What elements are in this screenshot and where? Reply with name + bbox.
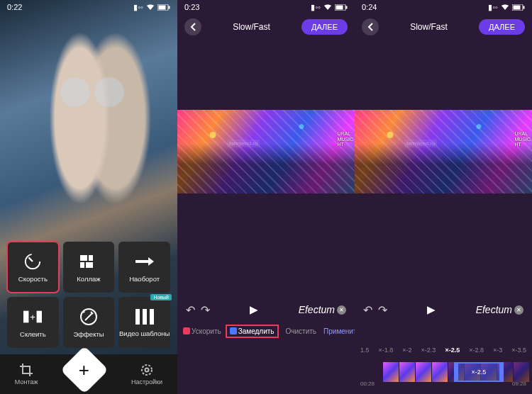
thumb: [514, 362, 529, 382]
action-clear[interactable]: Очистить: [286, 327, 317, 335]
speed-segment[interactable]: ×-2.5: [454, 362, 504, 382]
svg-point-17: [142, 365, 152, 375]
wifi-icon: [501, 4, 509, 11]
next-button[interactable]: ДАЛЕЕ: [479, 19, 525, 35]
tile-label: Склеить: [20, 330, 46, 338]
clock: 0:22: [7, 3, 22, 11]
merge-icon: +: [23, 308, 42, 326]
redo-button[interactable]: ↷: [201, 303, 210, 317]
speed-opt[interactable]: ×-1.8: [379, 347, 394, 354]
tile-label: Скорость: [18, 275, 48, 283]
play-button[interactable]: ▶: [210, 303, 299, 316]
svg-rect-24: [523, 6, 525, 9]
brand-close-icon[interactable]: ✕: [337, 305, 346, 315]
nav-montage[interactable]: Монтаж: [15, 364, 38, 385]
nav-settings[interactable]: Настройки: [131, 364, 162, 385]
status-icons: ▮◦◦: [133, 3, 170, 12]
svg-rect-5: [80, 255, 87, 261]
tile-collage[interactable]: Коллаж: [63, 242, 115, 293]
svg-rect-14: [135, 309, 140, 325]
signal-icon: ▮◦◦: [133, 3, 143, 12]
top-bar: Slow/Fast ДАЛЕЕ: [355, 16, 532, 38]
svg-line-4: [29, 257, 33, 261]
clock: 0:24: [362, 3, 377, 11]
signal-icon: ▮◦◦: [311, 3, 321, 12]
screen-title: Slow/Fast: [201, 22, 301, 32]
playback-controls: ↶ ↷ ▶ Efectum ✕: [355, 300, 532, 320]
svg-rect-16: [150, 309, 154, 325]
speed-opt[interactable]: ×-3: [493, 347, 502, 354]
reverse-icon: [135, 252, 154, 271]
phone-editor-actions: 0:23 ▮◦◦ Slow/Fast ДАЛЕЕ farmlend.ru URA…: [177, 0, 355, 394]
battery-icon: [512, 4, 525, 11]
chevron-left-icon: [190, 23, 196, 31]
svg-text:+: +: [31, 311, 36, 322]
speed-picker: 1.5 ×-1.8 ×-2 ×-2.3 ×-2.5 ×-2.8 ×-3 ×-3.…: [355, 343, 532, 357]
phone-home: 0:22 ▮◦◦ Скорость Коллаж: [0, 0, 177, 394]
status-bar: 0:22 ▮◦◦: [0, 0, 177, 14]
tile-reverse[interactable]: Наоборот: [118, 242, 170, 293]
templates-icon: [135, 308, 154, 326]
thumb: [416, 362, 431, 382]
status-icons: ▮◦◦: [311, 3, 348, 12]
effects-icon: [79, 308, 98, 326]
timeline-start: 00:28: [360, 381, 375, 387]
svg-rect-20: [336, 5, 343, 9]
segment-label: ×-2.5: [472, 368, 487, 376]
brand-label: Efectum ✕: [476, 304, 523, 315]
tile-speed[interactable]: Скорость: [7, 242, 59, 293]
action-slowdown[interactable]: Замедлить: [230, 327, 275, 335]
tile-label: Наоборот: [129, 275, 160, 283]
status-icons: ▮◦◦: [488, 3, 525, 12]
speed-opt-active[interactable]: ×-2.5: [445, 347, 460, 354]
gear-icon: [140, 364, 153, 376]
timeline[interactable]: 00:28 ×-2.5 09:28: [355, 359, 532, 385]
tile-effects[interactable]: Эффекты: [63, 297, 115, 348]
svg-rect-8: [86, 262, 93, 268]
speed-opt[interactable]: 1.5: [360, 347, 370, 354]
top-bar: Slow/Fast ДАЛЕЕ: [177, 16, 355, 38]
svg-rect-6: [89, 255, 93, 261]
undo-button[interactable]: ↶: [186, 303, 195, 317]
battery-icon: [335, 4, 348, 11]
bottom-nav: Монтаж + Настройки: [0, 354, 177, 394]
back-button[interactable]: [362, 18, 379, 35]
status-bar: 0:23 ▮◦◦: [177, 0, 355, 14]
chevron-left-icon: [367, 23, 373, 31]
video-preview[interactable]: farmlend.ru URAL MUSIC HT: [355, 110, 532, 193]
redo-button[interactable]: ↷: [378, 303, 387, 317]
brand-label: Efectum ✕: [299, 304, 346, 315]
play-button[interactable]: ▶: [387, 303, 476, 316]
speed-opt[interactable]: ×-2: [402, 347, 411, 354]
speed-icon: [23, 252, 42, 271]
back-button[interactable]: [184, 18, 201, 35]
next-button[interactable]: ДАЛЕЕ: [301, 19, 348, 35]
phone-editor-timeline: 0:24 ▮◦◦ Slow/Fast ДАЛЕЕ farmlend.ru URA…: [355, 0, 532, 394]
thumb: [399, 362, 415, 382]
tile-merge[interactable]: + Склеить: [7, 297, 59, 348]
svg-rect-1: [159, 5, 166, 9]
screen-title: Slow/Fast: [379, 22, 479, 32]
tile-templates[interactable]: Новый Видео шаблоны: [118, 297, 170, 348]
brand-close-icon[interactable]: ✕: [514, 305, 523, 315]
thumb: [383, 362, 399, 382]
svg-rect-7: [80, 262, 84, 268]
video-preview[interactable]: farmlend.ru URAL MUSIC HT: [177, 110, 355, 193]
thumb: [432, 362, 448, 382]
stage-text: URAL MUSIC HT: [514, 131, 531, 147]
svg-rect-10: [37, 310, 42, 322]
wifi-icon: [323, 4, 332, 11]
action-apply[interactable]: Применить: [323, 327, 355, 335]
speed-opt[interactable]: ×-2.8: [469, 347, 484, 354]
svg-rect-21: [346, 6, 348, 9]
timeline-end: 09:28: [512, 381, 526, 387]
signal-icon: ▮◦◦: [488, 3, 498, 12]
clock: 0:23: [184, 3, 199, 11]
tile-label: Эффекты: [73, 330, 104, 338]
action-speedup[interactable]: Ускорить: [183, 327, 221, 335]
speed-opt[interactable]: ×-3.5: [511, 347, 526, 354]
svg-point-18: [145, 368, 149, 371]
undo-button[interactable]: ↶: [363, 303, 372, 317]
watermark: farmlend.ru: [404, 140, 437, 147]
speed-opt[interactable]: ×-2.3: [421, 347, 436, 354]
